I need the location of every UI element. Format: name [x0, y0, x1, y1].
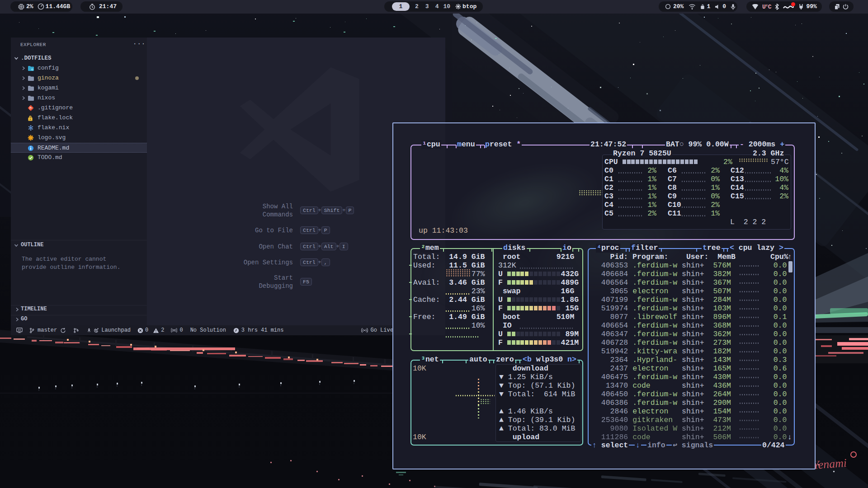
svg-text:Yenami: Yenami: [812, 456, 847, 472]
